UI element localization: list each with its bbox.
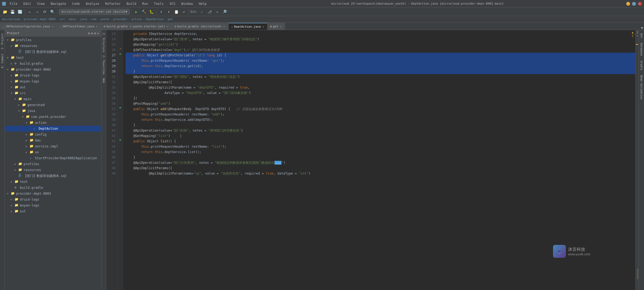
run-gutter-icon[interactable]: ▶ [118, 52, 123, 56]
tab-build-yootk[interactable]: ⚙ build.gradle (:yootk-starter-jwt) ✕ [101, 23, 172, 30]
tab-build-microcloud[interactable]: ⚙ build.gradle (microcloud) ✕ [172, 23, 228, 30]
locate-icon[interactable]: ⊕ [88, 31, 90, 35]
tab-deptaction[interactable]: ☕ DeptAction.java ✕ [229, 23, 268, 30]
forward-button[interactable]: → [34, 9, 41, 15]
build-button[interactable]: 🔨 [141, 9, 147, 15]
close-tab-jwtauto[interactable]: ✕ [51, 25, 54, 28]
tree-item[interactable]: ▼📁out [5, 84, 101, 90]
hide-panel-icon[interactable]: ✕ [97, 31, 99, 35]
breadcrumb-main[interactable]: main [69, 17, 76, 21]
breadcrumb-provider2[interactable]: provider [113, 17, 127, 21]
menu-tools[interactable]: Tools [152, 1, 166, 6]
panel-database[interactable]: Database [639, 41, 643, 58]
tree-item[interactable]: ▼📁src [5, 90, 101, 96]
tab-jwtauto[interactable]: ☕ JWTAutoConfiguration.java ✕ [0, 23, 57, 30]
tree-item[interactable]: ▶📁muyan-logs [5, 78, 101, 84]
breadcrumb-deptaction[interactable]: DeptAction [146, 17, 164, 21]
git-check-button[interactable]: ✓ [199, 9, 205, 15]
tree-item[interactable]: ▶📁generated [5, 102, 101, 108]
tree-item[interactable]: ▶📁test [5, 179, 101, 185]
breadcrumb-microcloud[interactable]: microcloud [2, 17, 20, 21]
tree-item[interactable]: ▶📁druid-logs [5, 73, 101, 78]
minimize-button[interactable]: ─ [626, 2, 630, 6]
menu-file[interactable]: File [8, 1, 20, 6]
panel-project[interactable]: 1: Project [0, 31, 4, 52]
tree-item-deptaction[interactable]: ☕DeptAction [5, 126, 101, 132]
menu-analyze[interactable]: Analyze [83, 1, 101, 6]
breadcrumb-java[interactable]: java [80, 17, 87, 21]
back-button[interactable]: ← [27, 9, 33, 15]
close-tab-build-yootk[interactable]: ✕ [166, 25, 169, 28]
tree-item[interactable]: ▶📁profiles [5, 161, 101, 167]
breadcrumb-get[interactable]: get [168, 17, 173, 21]
menu-vcs[interactable]: VCS [167, 1, 178, 6]
favorites-label[interactable]: 2: Favorites [102, 54, 106, 76]
git-update-button[interactable]: ⬇ [158, 9, 164, 15]
tree-item-provider-8003[interactable]: ▼📁provider-dept-8003 [5, 191, 101, 197]
tree-item[interactable]: ▶📁resources [5, 167, 101, 173]
run-gutter-icon2[interactable]: ▶ [118, 105, 123, 110]
menu-navigate[interactable]: Navigate [49, 1, 68, 6]
tree-item-provider-8002[interactable]: ▼📁provider-dept-8002 [5, 67, 101, 73]
tab-list-button[interactable]: ▼ [641, 26, 643, 30]
git-history-button[interactable]: 📋 [173, 9, 180, 15]
tree-item[interactable]: ▼📁profiles [5, 37, 101, 43]
save-button[interactable]: 💾 [9, 9, 16, 15]
tree-item[interactable]: ▶📁vo [5, 149, 101, 155]
tree-item[interactable]: ▼📁java [5, 108, 101, 114]
menu-edit[interactable]: Edit [21, 1, 33, 6]
close-tab-deptaction[interactable]: ✕ [262, 25, 265, 28]
run-recent-button[interactable]: ⟳ [42, 9, 48, 15]
tab-get[interactable]: m get ✕ [268, 23, 285, 30]
structure-label[interactable]: Z: Structure [102, 31, 106, 54]
tab-jwtcheck[interactable]: ☕ JWTCheckToken.java ✕ [57, 23, 101, 30]
close-tab-jwtcheck[interactable]: ✕ [95, 25, 98, 28]
tree-item[interactable]: ☕StartProviderDept8002Application [5, 155, 101, 161]
tree-item[interactable]: ▶📁muyan-logs [5, 202, 101, 208]
close-tab-get[interactable]: ✕ [279, 25, 282, 28]
tree-item[interactable]: ▼📁test [5, 55, 101, 61]
maximize-button[interactable]: □ [632, 2, 636, 6]
git-merge-button[interactable]: ⇒ [214, 9, 220, 15]
search-button[interactable]: 🔍 [49, 9, 56, 15]
git-revert-button[interactable]: ↩ [181, 9, 187, 15]
git-branch-button[interactable]: ⎇ [206, 9, 213, 15]
git-push-button[interactable]: ⬆ [166, 9, 172, 15]
run-gutter-icon3[interactable]: ▶ [118, 137, 123, 142]
menu-window[interactable]: Window [179, 1, 195, 6]
menu-refactor[interactable]: Refactor [103, 1, 123, 6]
search-everywhere-button[interactable]: 🔎 [221, 9, 228, 15]
sync-button[interactable]: 🔄 [17, 9, 23, 15]
breadcrumb-action[interactable]: action [131, 17, 142, 21]
tree-item[interactable]: ▶⚙build.gradle [5, 61, 101, 67]
tree-item[interactable]: 🗄【部门】数据库创建脚本.sql [5, 49, 101, 55]
debug-button[interactable]: 🐛 [148, 9, 155, 15]
tree-item[interactable]: ⚙build.gradle [5, 185, 101, 191]
collapse-all-icon[interactable]: ≡ [91, 31, 93, 35]
settings-icon[interactable]: ⚙ [94, 31, 96, 35]
panel-gradle[interactable]: Gradle [639, 59, 643, 73]
menu-help[interactable]: Help [197, 1, 209, 6]
breadcrumb-yootk[interactable]: yootk [100, 17, 109, 21]
tree-item[interactable]: ▼📁com.yootk.provider [5, 114, 101, 120]
open-button[interactable]: 📁 [2, 9, 8, 15]
tree-item[interactable]: 🗄【部门】数据库创建脚本.sql [5, 173, 101, 179]
menu-build[interactable]: Build [125, 1, 138, 6]
tree-item[interactable]: ▶📁druid-logs [5, 197, 101, 202]
panel-ant[interactable]: Ant [639, 31, 643, 40]
build-config-dropdown[interactable]: microcloud:yootk-starter-jwt [build] ▼ [59, 9, 130, 15]
panel-bean-validation[interactable]: Bean Validation [639, 73, 643, 102]
breadcrumb-src[interactable]: src [60, 17, 65, 21]
run-button[interactable]: ▶ [133, 9, 140, 15]
tree-item[interactable]: ▶📁config [5, 132, 101, 137]
menu-code[interactable]: Code [70, 1, 82, 6]
tree-item[interactable]: ▶📁resources [5, 43, 101, 49]
close-button[interactable]: ✕ [638, 2, 642, 6]
menu-view[interactable]: View [35, 1, 47, 6]
web-label[interactable]: Web [102, 77, 106, 85]
tree-item[interactable]: ▶📁service.impl [5, 143, 101, 149]
menu-run[interactable]: Run [140, 1, 150, 6]
close-tab-build-micro[interactable]: ✕ [223, 25, 226, 28]
tree-item-action-folder[interactable]: ▼📁action [5, 120, 101, 126]
breadcrumb-com[interactable]: com [91, 17, 96, 21]
